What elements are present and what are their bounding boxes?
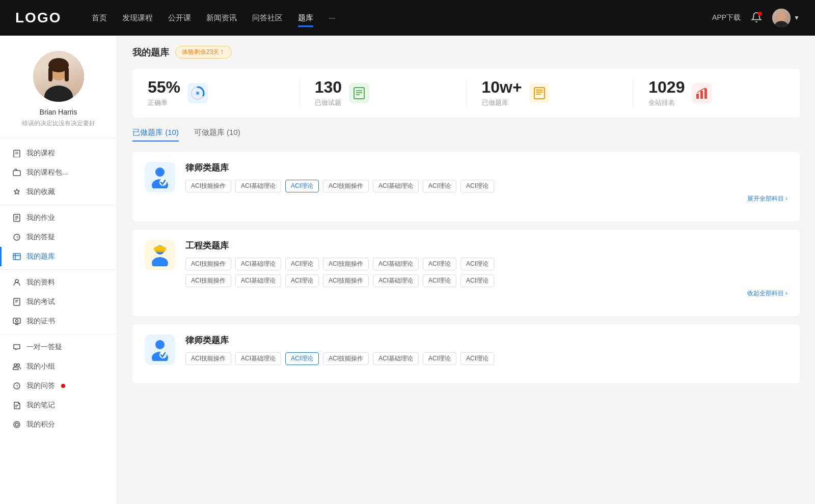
sidebar-item-qa[interactable]: ? 我的答疑: [0, 228, 117, 247]
sidebar-item-courses[interactable]: 我的课程: [0, 144, 117, 163]
stat-accuracy-value: 55%: [148, 79, 180, 95]
tag-active[interactable]: ACI理论: [285, 352, 319, 365]
svg-rect-37: [354, 88, 364, 99]
svg-rect-41: [534, 88, 545, 99]
qbank-card-engineer: 工程类题库 ACI技能操作 ACI基础理论 ACI理论 ACI技能操作 ACI基…: [132, 230, 800, 316]
qbank-card-lawyer-2: 律师类题库 ACI技能操作 ACI基础理论 ACI理论 ACI技能操作 ACI基…: [132, 324, 800, 383]
sidebar-item-exam[interactable]: 我的考试: [0, 292, 117, 312]
tag[interactable]: ACI理论: [285, 274, 319, 287]
tag[interactable]: ACI理论: [285, 258, 319, 270]
tag[interactable]: ACI技能操作: [323, 352, 369, 365]
notes-icon: [12, 401, 21, 410]
svg-text:?: ?: [16, 384, 18, 389]
tag[interactable]: ACI理论: [460, 258, 494, 270]
sidebar-label-exam: 我的考试: [26, 297, 55, 306]
sidebar-item-one-on-one[interactable]: 一对一答疑: [0, 338, 117, 357]
tag[interactable]: ACI基础理论: [373, 274, 419, 287]
exam-icon: [12, 297, 21, 306]
tag[interactable]: ACI技能操作: [185, 274, 231, 287]
logo[interactable]: LOGO: [15, 10, 61, 26]
qbank-lawyer-2-title: 律师类题库: [185, 334, 787, 346]
sidebar-nav: 我的课程 我的课程包... 我的收藏 我的作业: [0, 138, 117, 439]
sidebar-item-notes[interactable]: 我的笔记: [0, 396, 117, 415]
svg-point-26: [14, 364, 17, 367]
nav-qbank[interactable]: 题库: [298, 11, 313, 25]
nav-home[interactable]: 首页: [92, 11, 107, 25]
sidebar: Brian Harris 错误的决定比没有决定要好 我的课程 我的课程包...: [0, 36, 117, 504]
svg-rect-43: [536, 92, 543, 93]
expand-lawyer-1[interactable]: 展开全部科目 ›: [185, 194, 787, 203]
tag[interactable]: ACI基础理论: [235, 352, 281, 365]
nav-qa[interactable]: 问答社区: [252, 11, 283, 25]
sidebar-label-group: 我的小组: [26, 362, 55, 371]
one-on-one-icon: [12, 343, 21, 352]
tag[interactable]: ACI技能操作: [185, 180, 231, 192]
nav-divider-1: [0, 205, 117, 205]
sidebar-item-group[interactable]: 我的小组: [0, 357, 117, 376]
tag[interactable]: ACI理论: [460, 352, 494, 365]
stat-ranking-value: 1029: [648, 79, 685, 95]
svg-point-36: [197, 92, 199, 94]
stat-ranking-label: 全站排名: [648, 98, 685, 107]
stat-accuracy-label: 正确率: [148, 98, 180, 107]
sidebar-item-cert[interactable]: 我的证书: [0, 312, 117, 331]
tag[interactable]: ACI理论: [423, 258, 456, 270]
qbank-card-header-engineer: 工程类题库 ACI技能操作 ACI基础理论 ACI理论 ACI技能操作 ACI基…: [145, 240, 787, 298]
tag-active[interactable]: ACI理论: [285, 180, 319, 192]
nav-discover[interactable]: 发现课程: [122, 11, 153, 25]
svg-point-27: [17, 364, 20, 367]
tag[interactable]: ACI基础理论: [373, 352, 419, 365]
svg-point-32: [14, 422, 20, 428]
tag[interactable]: ACI理论: [460, 180, 494, 192]
tag[interactable]: ACI理论: [460, 274, 494, 287]
user-avatar: [772, 9, 791, 27]
qbank-engineer-title: 工程类题库: [185, 240, 787, 251]
main-content: 我的题库 体验剩余23天！ 55% 正确率: [117, 36, 815, 504]
tag[interactable]: ACI理论: [423, 274, 456, 287]
svg-rect-17: [13, 254, 20, 260]
collapse-engineer[interactable]: 收起全部科目 ›: [185, 289, 787, 298]
svg-point-1: [774, 21, 789, 27]
tag[interactable]: ACI技能操作: [323, 180, 369, 192]
tag[interactable]: ACI技能操作: [323, 274, 369, 287]
user-avatar-dropdown[interactable]: ▼: [772, 9, 800, 27]
sidebar-label-notes: 我的笔记: [26, 401, 55, 410]
tag[interactable]: ACI理论: [423, 180, 456, 192]
svg-rect-42: [536, 90, 543, 91]
qbank-icon: [12, 252, 21, 261]
svg-point-52: [152, 257, 168, 266]
svg-point-56: [155, 340, 165, 349]
tab-todo[interactable]: 可做题库 (10): [194, 128, 240, 142]
stat-questions-value: 130: [315, 79, 342, 95]
points-icon: [12, 420, 21, 429]
tab-done[interactable]: 已做题库 (10): [132, 128, 179, 142]
sidebar-item-qbank[interactable]: 我的题库: [0, 247, 117, 266]
sidebar-item-course-packs[interactable]: 我的课程包...: [0, 163, 117, 182]
tag[interactable]: ACI技能操作: [185, 352, 231, 365]
app-download-link[interactable]: APP下载: [712, 13, 741, 22]
tag[interactable]: ACI技能操作: [323, 258, 369, 270]
nav-menu: 首页 发现课程 公开课 新闻资讯 问答社区 题库 ···: [92, 11, 712, 25]
svg-rect-5: [65, 67, 69, 81]
sidebar-item-questions[interactable]: ? 我的问答: [0, 376, 117, 396]
qbank-lawyer-1-tags: ACI技能操作 ACI基础理论 ACI理论 ACI技能操作 ACI基础理论 AC…: [185, 180, 787, 192]
sidebar-item-homework[interactable]: 我的作业: [0, 208, 117, 228]
notification-bell[interactable]: [751, 12, 762, 24]
sidebar-label-points: 我的积分: [26, 420, 55, 429]
sidebar-item-points[interactable]: 我的积分: [0, 415, 117, 434]
sidebar-item-favorites[interactable]: 我的收藏: [0, 182, 117, 202]
tag[interactable]: ACI理论: [423, 352, 456, 365]
tag[interactable]: ACI基础理论: [235, 274, 281, 287]
page-layout: Brian Harris 错误的决定比没有决定要好 我的课程 我的课程包...: [0, 36, 815, 504]
nav-public-course[interactable]: 公开课: [168, 11, 191, 25]
qbank-card-lawyer-1: 律师类题库 ACI技能操作 ACI基础理论 ACI理论 ACI技能操作 ACI基…: [132, 152, 800, 221]
nav-news[interactable]: 新闻资讯: [206, 11, 237, 25]
tag[interactable]: ACI基础理论: [235, 180, 281, 192]
nav-more[interactable]: ···: [329, 11, 335, 25]
tag[interactable]: ACI技能操作: [185, 258, 231, 270]
tag[interactable]: ACI基础理论: [235, 258, 281, 270]
tag[interactable]: ACI基础理论: [373, 258, 419, 270]
tag[interactable]: ACI基础理论: [373, 180, 419, 192]
sidebar-item-profile[interactable]: 我的资料: [0, 273, 117, 292]
trial-badge: 体验剩余23天！: [175, 46, 232, 59]
